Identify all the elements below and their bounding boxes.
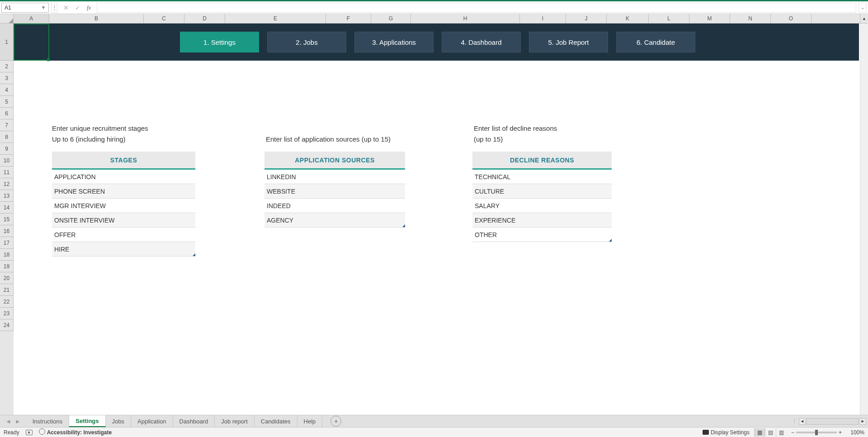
column-header-O[interactable]: O — [771, 14, 811, 23]
decline-table-row[interactable]: EXPERIENCE — [472, 213, 612, 228]
decline-table-row[interactable]: OTHER — [472, 228, 612, 242]
cancel-icon[interactable]: ✕ — [63, 4, 69, 11]
tab-nav-next-icon[interactable]: ► — [15, 418, 21, 425]
column-header-I[interactable]: I — [520, 14, 566, 23]
sources-table-row[interactable]: INDEED — [264, 199, 405, 213]
row-header-18[interactable]: 18 — [0, 249, 14, 261]
fx-icon[interactable]: fx — [87, 4, 91, 11]
column-header-E[interactable]: E — [225, 14, 326, 23]
nav-button-6-candidate[interactable]: 6. Candidate — [616, 32, 695, 52]
column-header-B[interactable]: B — [49, 14, 144, 23]
sheet-tab-job-report[interactable]: Job report — [215, 415, 255, 427]
sheet-tab-jobs[interactable]: Jobs — [106, 415, 131, 427]
formula-bar-expand-handle[interactable]: ⋮ — [51, 3, 57, 13]
column-header-M[interactable]: M — [689, 14, 730, 23]
display-settings-button[interactable]: Display Settings — [703, 429, 750, 436]
column-header-A[interactable]: A — [14, 14, 49, 23]
formula-input[interactable] — [97, 3, 856, 13]
sources-table-row[interactable]: WEBSITE — [264, 184, 405, 199]
chevron-down-icon[interactable]: ▼ — [41, 5, 46, 10]
formula-bar-collapse[interactable]: ⌄ — [859, 3, 867, 13]
row-header-24[interactable]: 24 — [0, 319, 14, 331]
row-header-19[interactable]: 19 — [0, 261, 14, 272]
nav-button-2-jobs[interactable]: 2. Jobs — [267, 32, 346, 52]
horizontal-scrollbar[interactable] — [807, 418, 859, 425]
row-header-10[interactable]: 10 — [0, 155, 14, 166]
sheet-tab-help[interactable]: Help — [297, 415, 323, 427]
row-header-9[interactable]: 9 — [0, 143, 14, 155]
row-header-16[interactable]: 16 — [0, 225, 14, 237]
column-header-F[interactable]: F — [326, 14, 371, 23]
table-resize-handle[interactable] — [193, 253, 195, 256]
zoom-thumb[interactable] — [815, 430, 818, 435]
new-sheet-button[interactable]: + — [330, 416, 341, 427]
tab-nav-prev-icon[interactable]: ◄ — [5, 418, 11, 425]
row-header-12[interactable]: 12 — [0, 178, 14, 190]
vertical-scrollbar[interactable] — [860, 24, 868, 415]
column-header-C[interactable]: C — [144, 14, 184, 23]
stages-table-row[interactable]: OFFER — [52, 228, 195, 242]
stages-table-row[interactable]: MGR INTERVIEW — [52, 199, 195, 213]
nav-button-4-dashboard[interactable]: 4. Dashboard — [442, 32, 521, 52]
column-header-L[interactable]: L — [649, 14, 689, 23]
sheet-tab-instructions[interactable]: Instructions — [26, 415, 69, 427]
column-header-H[interactable]: H — [411, 14, 520, 23]
sheet-tab-dashboard[interactable]: Dashboard — [173, 415, 215, 427]
stages-table-row[interactable]: APPLICATION — [52, 170, 195, 184]
column-header-G[interactable]: G — [371, 14, 411, 23]
accessibility-status[interactable]: Accessibility: Investigate — [39, 428, 112, 436]
table-resize-handle[interactable] — [402, 224, 405, 227]
column-header-D[interactable]: D — [184, 14, 225, 23]
scroll-left-button[interactable]: ◄ — [799, 418, 806, 425]
nav-button-5-job-report[interactable]: 5. Job Report — [529, 32, 608, 52]
decline-table-row[interactable]: SALARY — [472, 199, 612, 213]
confirm-icon[interactable]: ✓ — [75, 4, 80, 11]
stages-table-row[interactable]: HIRE — [52, 242, 195, 256]
nav-button-1-settings[interactable]: 1. Settings — [180, 32, 259, 52]
stages-table-row[interactable]: PHONE SCREEN — [52, 184, 195, 199]
stages-table-row[interactable]: ONSITE INTERVIEW — [52, 213, 195, 228]
macro-record-icon[interactable] — [26, 430, 33, 435]
nav-button-3-applications[interactable]: 3. Applications — [354, 32, 434, 52]
sheet-tab-settings[interactable]: Settings — [69, 415, 105, 427]
sources-table-row[interactable]: LINKEDIN — [264, 170, 405, 184]
column-header-K[interactable]: K — [607, 14, 649, 23]
view-page-layout-button[interactable]: ▤ — [765, 428, 776, 437]
row-header-14[interactable]: 14 — [0, 202, 14, 214]
zoom-slider[interactable]: − + — [791, 429, 842, 436]
column-header-J[interactable]: J — [566, 14, 607, 23]
decline-table-row[interactable]: CULTURE — [472, 184, 612, 199]
row-header-13[interactable]: 13 — [0, 190, 14, 202]
row-header-7[interactable]: 7 — [0, 119, 14, 131]
tab-scroll-handle[interactable]: ⋮ — [792, 418, 797, 424]
row-header-2[interactable]: 2 — [0, 61, 14, 72]
row-header-22[interactable]: 22 — [0, 296, 14, 308]
zoom-in-button[interactable]: + — [839, 429, 842, 436]
row-header-5[interactable]: 5 — [0, 96, 14, 108]
row-header-23[interactable]: 23 — [0, 308, 14, 319]
zoom-out-button[interactable]: − — [791, 429, 794, 436]
column-header-N[interactable]: N — [730, 14, 771, 23]
table-resize-handle[interactable] — [609, 239, 612, 242]
row-header-20[interactable]: 20 — [0, 272, 14, 284]
scroll-right-button[interactable]: ► — [859, 418, 866, 425]
row-header-15[interactable]: 15 — [0, 214, 14, 225]
row-header-8[interactable]: 8 — [0, 131, 14, 143]
row-header-6[interactable]: 6 — [0, 108, 14, 119]
grid-content[interactable]: 1. Settings2. Jobs3. Applications4. Dash… — [14, 24, 860, 415]
view-normal-button[interactable]: ▦ — [754, 428, 765, 437]
row-header-17[interactable]: 17 — [0, 237, 14, 249]
sources-table-row[interactable]: AGENCY — [264, 213, 405, 228]
row-header-11[interactable]: 11 — [0, 166, 14, 178]
decline-table-row[interactable]: TECHNICAL — [472, 170, 612, 184]
select-all-corner[interactable] — [0, 14, 14, 23]
zoom-track[interactable] — [796, 432, 837, 433]
row-header-3[interactable]: 3 — [0, 72, 14, 84]
row-header-4[interactable]: 4 — [0, 84, 14, 96]
zoom-percent[interactable]: 100% — [846, 429, 864, 436]
sheet-tab-application[interactable]: Application — [131, 415, 173, 427]
row-header-1[interactable]: 1 — [0, 24, 14, 61]
scroll-up-button[interactable]: ▲ — [860, 14, 868, 23]
name-box[interactable]: A1 ▼ — [1, 3, 49, 13]
sheet-tab-candidates[interactable]: Candidates — [255, 415, 297, 427]
